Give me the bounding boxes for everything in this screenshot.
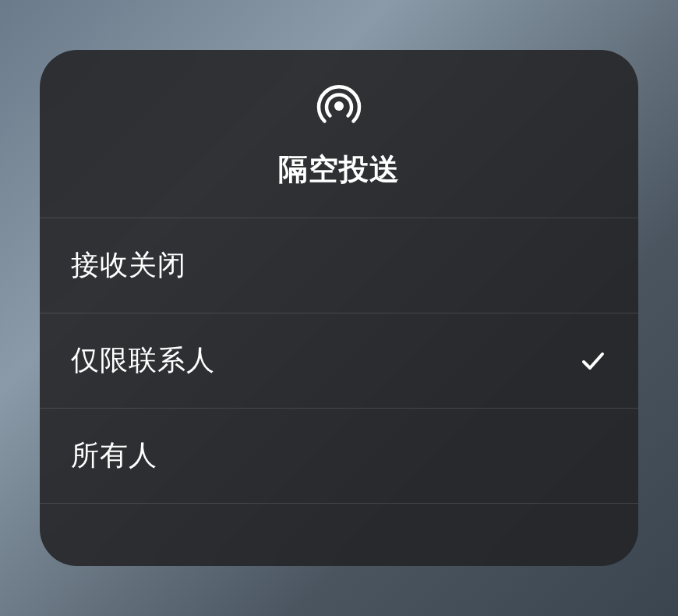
airdrop-panel: 隔空投送 接收关闭 仅限联系人 所有人 (40, 50, 638, 566)
option-contacts-only[interactable]: 仅限联系人 (40, 313, 638, 409)
panel-header: 隔空投送 (40, 50, 638, 218)
airdrop-icon (314, 81, 364, 131)
svg-point-0 (334, 101, 344, 111)
option-label: 仅限联系人 (71, 342, 215, 380)
bottom-spacer (40, 504, 638, 566)
panel-title: 隔空投送 (278, 150, 400, 189)
option-receiving-off[interactable]: 接收关闭 (40, 218, 638, 313)
option-label: 所有人 (71, 437, 157, 475)
option-everyone[interactable]: 所有人 (40, 409, 638, 504)
checkmark-icon (579, 347, 607, 375)
option-label: 接收关闭 (71, 246, 186, 285)
options-list: 接收关闭 仅限联系人 所有人 (40, 218, 638, 504)
